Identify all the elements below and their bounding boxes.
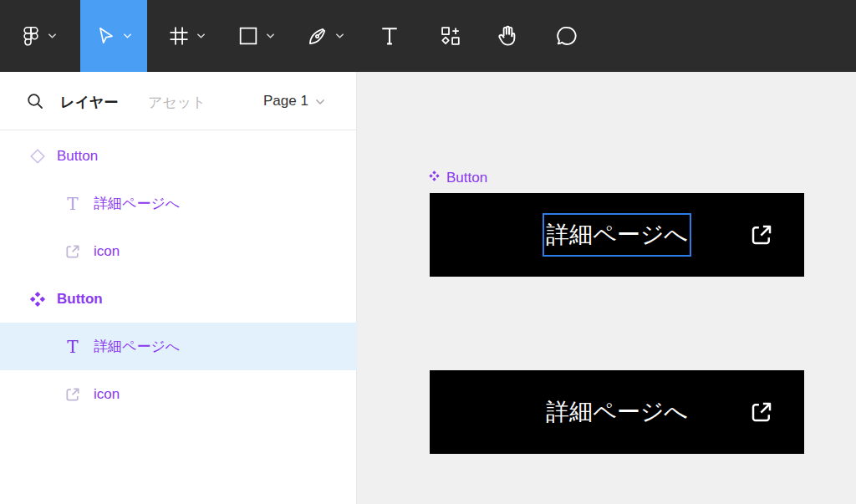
layer-row-icon[interactable]: icon bbox=[0, 370, 357, 418]
layer-row-icon[interactable]: icon bbox=[0, 227, 357, 275]
layer-label: 詳細ページへ bbox=[94, 337, 180, 356]
external-link-icon[interactable] bbox=[749, 400, 774, 428]
page-selector-label: Page 1 bbox=[263, 93, 308, 109]
instance-diamond-icon bbox=[28, 147, 47, 165]
figma-logo-icon bbox=[20, 25, 42, 47]
chevron-down-icon bbox=[315, 93, 325, 109]
chevron-down-icon bbox=[196, 33, 206, 39]
layer-row-text-selected[interactable]: T 詳細ページへ bbox=[0, 323, 357, 370]
canvas[interactable]: Button 詳細ページへ 詳細ページへ bbox=[357, 72, 856, 504]
search-icon[interactable] bbox=[25, 91, 45, 115]
tab-layers[interactable]: レイヤー bbox=[60, 93, 118, 112]
layer-label: Button bbox=[57, 291, 103, 308]
tab-assets[interactable]: アセット bbox=[148, 93, 206, 112]
chevron-down-icon bbox=[123, 33, 132, 39]
external-link-icon[interactable] bbox=[749, 222, 774, 251]
pen-tool-button[interactable] bbox=[306, 0, 344, 72]
external-link-icon bbox=[64, 242, 82, 261]
layer-label: 詳細ページへ bbox=[94, 194, 180, 213]
text-tool-button[interactable] bbox=[378, 0, 401, 72]
move-tool-button[interactable] bbox=[80, 0, 147, 72]
main-menu-button[interactable] bbox=[20, 0, 57, 72]
frame-label[interactable]: Button bbox=[428, 170, 487, 186]
chevron-down-icon bbox=[335, 33, 344, 39]
layer-row-instance-button[interactable]: Button bbox=[0, 132, 357, 180]
rectangle-icon bbox=[237, 24, 260, 48]
component-diamonds-icon bbox=[28, 290, 47, 308]
external-link-icon bbox=[64, 385, 82, 404]
resources-tool-button[interactable] bbox=[439, 0, 462, 72]
shape-tool-button[interactable] bbox=[237, 0, 275, 72]
frame-tool-button[interactable] bbox=[167, 0, 206, 72]
page-selector[interactable]: Page 1 bbox=[263, 93, 325, 109]
button-instance-frame[interactable]: 詳細ページへ bbox=[430, 370, 804, 454]
cursor-icon bbox=[95, 25, 117, 47]
pen-nib-icon bbox=[306, 24, 329, 48]
button-component-frame[interactable]: 詳細ページへ bbox=[430, 193, 804, 277]
layer-label: Button bbox=[57, 148, 98, 165]
layer-row-component-button[interactable]: Button bbox=[0, 275, 357, 323]
speech-bubble-icon bbox=[554, 23, 579, 48]
hand-icon bbox=[495, 23, 520, 48]
component-plus-icon bbox=[439, 24, 462, 48]
chevron-down-icon bbox=[48, 33, 57, 39]
layer-label: icon bbox=[94, 386, 120, 403]
text-t-icon bbox=[378, 24, 401, 48]
panel-header: レイヤー アセット Page 1 bbox=[0, 72, 357, 130]
comment-tool-button[interactable] bbox=[554, 0, 579, 72]
text-layer-icon: T bbox=[64, 338, 82, 356]
layer-label: icon bbox=[94, 243, 120, 260]
layers-panel: レイヤー アセット Page 1 Button T 詳細ページへ icon bbox=[0, 72, 357, 504]
text-layer-icon: T bbox=[64, 195, 82, 213]
chevron-down-icon bbox=[266, 33, 275, 39]
layer-row-text[interactable]: T 詳細ページへ bbox=[0, 180, 357, 227]
button-text-layer[interactable]: 詳細ページへ bbox=[546, 219, 688, 251]
frame-label-text: Button bbox=[446, 170, 487, 186]
toolbar bbox=[0, 0, 856, 72]
hand-tool-button[interactable] bbox=[495, 0, 520, 72]
component-diamonds-icon bbox=[428, 170, 441, 186]
frame-grid-icon bbox=[167, 24, 191, 48]
button-text-layer[interactable]: 詳細ページへ bbox=[546, 396, 688, 428]
